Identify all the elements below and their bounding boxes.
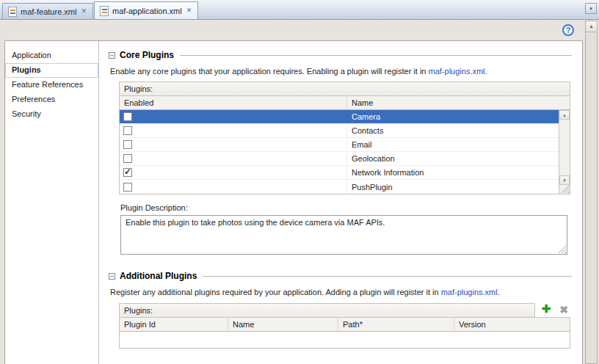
- scroll-up-icon[interactable]: ▲: [586, 21, 597, 32]
- plugin-description-label: Plugin Description:: [120, 203, 572, 212]
- maf-plugins-link[interactable]: maf-plugins.xml: [429, 67, 485, 76]
- checkbox[interactable]: ✓: [123, 154, 132, 163]
- plugin-description-box[interactable]: Enable this plugin to take photos using …: [120, 215, 567, 255]
- collapse-icon[interactable]: −: [109, 52, 115, 59]
- description-text: Register any additional plugins required…: [110, 288, 441, 296]
- checkbox[interactable]: ✓: [123, 168, 132, 177]
- table-body: ✓ Camera ✓ Contacts ✓ Ema: [120, 110, 570, 194]
- resize-grip[interactable]: [558, 245, 566, 253]
- plugin-name-cell: Geolocation: [347, 154, 559, 163]
- editor-scrollbar[interactable]: ▲: [585, 21, 598, 364]
- section-title: Additional Plugins: [120, 271, 197, 281]
- core-plugins-table: Plugins: Enabled Name ✓ Camera ✓: [119, 81, 570, 194]
- checkbox[interactable]: ✓: [123, 112, 132, 121]
- table-header-row: Enabled Name: [120, 96, 570, 110]
- table-rows: ✓ Camera ✓ Contacts ✓ Ema: [120, 110, 559, 194]
- scroll-up-icon[interactable]: ▲: [559, 110, 570, 120]
- plugin-name-cell: Contacts: [347, 126, 559, 135]
- sidebar-item-security[interactable]: Security: [5, 107, 98, 122]
- plugins-table-caption: Plugins:: [119, 303, 535, 317]
- checkbox[interactable]: ✓: [123, 126, 132, 135]
- delete-plugin-icon[interactable]: ✖: [557, 304, 570, 317]
- tab-maf-feature[interactable]: maf-feature.xml ✕: [2, 3, 93, 19]
- enabled-cell: ✓: [120, 110, 347, 123]
- tab-maf-application[interactable]: maf-application.xml ✕: [94, 1, 198, 19]
- table-row[interactable]: ✓ Email: [120, 138, 559, 152]
- xml-file-icon: [8, 7, 17, 17]
- table-row[interactable]: ✓ PushPlugin: [120, 180, 559, 194]
- tab-label: maf-application.xml: [112, 7, 182, 15]
- description-text: Enable any core plugins that your applic…: [110, 67, 429, 76]
- editor-tab-bar: maf-feature.xml ✕ maf-application.xml ✕ …: [0, 0, 599, 20]
- column-header-name[interactable]: Name: [347, 96, 570, 109]
- plugin-name-cell: Camera: [347, 112, 559, 121]
- sidebar-item-preferences[interactable]: Preferences: [5, 92, 98, 107]
- additional-plugins-table: Plugin Id Name Path* Version: [119, 317, 570, 349]
- section-title: Core Plugins: [120, 50, 174, 60]
- description-suffix: .: [485, 67, 487, 76]
- tab-label: maf-feature.xml: [21, 7, 76, 16]
- collapse-icon[interactable]: −: [109, 273, 115, 280]
- editor-toolbar-strip: ?: [0, 20, 584, 40]
- checkmark-icon: ✓: [124, 167, 131, 177]
- enabled-cell: ✓: [120, 180, 347, 194]
- enabled-cell: ✓: [120, 166, 347, 179]
- core-plugins-description: Enable any core plugins that your applic…: [110, 67, 572, 76]
- enabled-cell: ✓: [120, 138, 347, 151]
- column-header-plugin-id[interactable]: Plugin Id: [120, 318, 228, 331]
- section-rule: [180, 55, 572, 56]
- enabled-cell: ✓: [120, 152, 347, 165]
- additional-plugins-description: Register any additional plugins required…: [110, 288, 572, 296]
- tab-close-icon[interactable]: ✕: [186, 7, 193, 15]
- empty-table-body[interactable]: [120, 332, 570, 348]
- plugin-name-cell: Network Information: [347, 168, 559, 177]
- tab-close-icon[interactable]: ✕: [80, 7, 87, 15]
- sidebar-item-application[interactable]: Application: [5, 48, 98, 63]
- maf-plugins-link[interactable]: maf-plugins.xml: [441, 288, 498, 296]
- help-icon[interactable]: ?: [562, 24, 574, 36]
- plugin-description-text: Enable this plugin to take photos using …: [126, 218, 385, 227]
- table-row[interactable]: ✓ Camera: [120, 110, 559, 124]
- description-suffix: .: [498, 288, 500, 296]
- editor-content: − Core Plugins Enable any core plugins t…: [99, 41, 582, 364]
- column-header-enabled[interactable]: Enabled: [120, 96, 347, 109]
- scroll-down-icon[interactable]: ▼: [559, 175, 570, 185]
- additional-plugins-toolbar: Plugins: ✚ ✖: [119, 302, 570, 317]
- column-header-name[interactable]: Name: [228, 318, 338, 331]
- table-scrollbar[interactable]: ▲ ▼: [559, 110, 570, 194]
- sidebar-item-feature-references[interactable]: Feature References: [5, 78, 98, 92]
- editor-sidebar: Application Plugins Feature References P…: [5, 41, 99, 364]
- additional-plugins-header: − Additional Plugins: [109, 271, 572, 281]
- sidebar-item-plugins[interactable]: Plugins: [5, 63, 98, 78]
- overview-editor: Application Plugins Feature References P…: [4, 40, 583, 364]
- table-row[interactable]: ✓ Network Information: [120, 166, 559, 180]
- tab-overflow-button[interactable]: ▾: [585, 3, 597, 14]
- checkbox[interactable]: ✓: [123, 140, 132, 149]
- xml-file-icon: [100, 6, 109, 16]
- add-plugin-icon[interactable]: ✚: [540, 302, 553, 317]
- plugins-table-caption: Plugins:: [120, 82, 570, 96]
- table-row[interactable]: ✓ Contacts: [120, 124, 559, 138]
- column-header-version[interactable]: Version: [454, 318, 570, 331]
- plugin-name-cell: PushPlugin: [347, 183, 559, 192]
- enabled-cell: ✓: [120, 124, 347, 137]
- table-header-row: Plugin Id Name Path* Version: [120, 318, 570, 332]
- plugin-name-cell: Email: [347, 140, 559, 149]
- resize-grip[interactable]: [561, 185, 569, 193]
- core-plugins-header: − Core Plugins: [109, 50, 572, 60]
- column-header-path[interactable]: Path*: [338, 318, 454, 331]
- checkbox[interactable]: ✓: [123, 183, 132, 192]
- section-rule: [203, 276, 572, 277]
- table-row[interactable]: ✓ Geolocation: [120, 152, 559, 166]
